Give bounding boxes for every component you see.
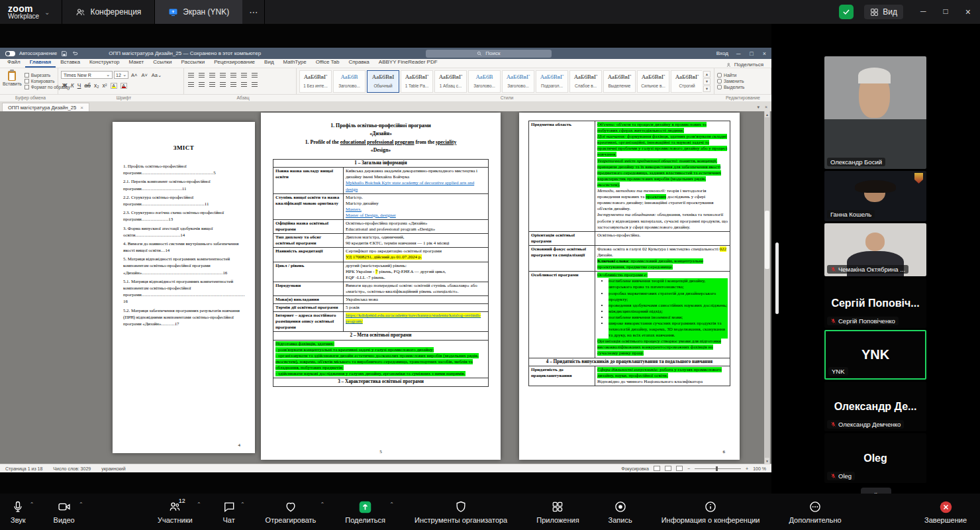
- style-card-11[interactable]: АаБбВвГСтрогий: [671, 70, 702, 93]
- gallery-more-icon[interactable]: ▼: [703, 85, 710, 92]
- ribbon-tab-ссылки[interactable]: Ссылки: [148, 58, 176, 68]
- list-button-5[interactable]: [240, 72, 248, 79]
- page-indicator[interactable]: Страница 1 из 18: [5, 466, 42, 471]
- zoom-slider[interactable]: [695, 468, 741, 469]
- ribbon-tab-конструктор[interactable]: Конструктор: [85, 58, 124, 68]
- font-name-select[interactable]: Times New R⌄: [61, 71, 113, 79]
- end-meeting-button[interactable]: Завершение: [919, 500, 972, 524]
- font-format-button-1[interactable]: К: [71, 82, 74, 89]
- minimize-icon[interactable]: ─: [920, 7, 926, 17]
- undo-icon[interactable]: [72, 50, 78, 57]
- document-tab[interactable]: ОПП магістратура Дизайн_25 ×: [2, 103, 89, 111]
- participant-tile[interactable]: Сергій Поповіч...Сергій Поповіченко: [824, 278, 926, 328]
- list-button-0[interactable]: [187, 72, 195, 79]
- editing-item-2[interactable]: Выделить: [717, 85, 768, 89]
- web-layout-icon[interactable]: [676, 466, 683, 471]
- ribbon-tab-office-tab[interactable]: Office Tab: [311, 58, 344, 68]
- ribbon-tab-вид[interactable]: Вид: [260, 58, 278, 68]
- reactions-button[interactable]: ⌃Отреагировать: [260, 500, 322, 524]
- align-button-6[interactable]: [250, 81, 259, 88]
- scroll-up-icon[interactable]: ▲: [765, 111, 769, 117]
- align-button-0[interactable]: [187, 81, 195, 88]
- maximize-icon[interactable]: □: [944, 7, 948, 17]
- style-card-5[interactable]: АаБбВЗаголово...: [468, 70, 501, 93]
- gallery-down-icon[interactable]: ▼: [703, 78, 710, 85]
- document-canvas[interactable]: ЗМІСТ 1. Профіль освітньо-професійної пр…: [0, 111, 771, 464]
- chevron-up-icon[interactable]: ⌃: [240, 502, 245, 507]
- participant-tile[interactable]: Чемакіна Октябрина ...: [824, 223, 926, 276]
- word-count[interactable]: Число слов: 3029: [53, 466, 91, 471]
- font-group-label[interactable]: Шрифт: [61, 95, 187, 101]
- highlight-color-icon[interactable]: А: [111, 83, 117, 89]
- video-button[interactable]: ⌃Видео: [48, 500, 80, 524]
- zoom-in-icon[interactable]: +: [746, 466, 748, 471]
- chevron-up-icon[interactable]: ⌃: [197, 502, 201, 507]
- ribbon-tab-рецензирование[interactable]: Рецензирование: [209, 58, 260, 68]
- shrink-font-button[interactable]: А˅: [140, 72, 148, 78]
- read-mode-icon[interactable]: [654, 466, 660, 471]
- styles-group-label[interactable]: Стили: [299, 95, 714, 101]
- align-button-4[interactable]: [229, 81, 238, 88]
- more-tabs-button[interactable]: ⋯: [242, 0, 265, 24]
- align-button-1[interactable]: [197, 81, 206, 88]
- close-icon[interactable]: ×: [965, 7, 971, 17]
- editing-group-label[interactable]: Редактирование: [714, 95, 771, 101]
- scrollbar-thumb[interactable]: [765, 211, 769, 269]
- font-format-button-2[interactable]: Ч: [77, 82, 81, 89]
- participants-button[interactable]: 12⌃Участники: [152, 500, 198, 524]
- word-share-button[interactable]: Поделиться: [726, 62, 769, 68]
- audio-button[interactable]: ⌃Звук: [5, 500, 31, 524]
- align-button-3[interactable]: [219, 81, 227, 88]
- style-card-9[interactable]: АаБбВвГВыделение: [603, 70, 636, 93]
- participant-tile[interactable]: YNKYNK: [824, 330, 926, 380]
- clipboard-group-label[interactable]: Буфер обмена: [0, 95, 61, 101]
- ribbon-tab-рассылки[interactable]: Рассылки: [176, 58, 209, 68]
- style-card-0[interactable]: АаБбВвГ1 Без инте...: [299, 70, 332, 93]
- list-button-4[interactable]: [229, 72, 238, 79]
- font-size-select[interactable]: 12⌄: [114, 71, 128, 79]
- word-restore-icon[interactable]: □: [750, 50, 753, 57]
- autosave-toggle[interactable]: [5, 51, 15, 56]
- meeting-info-button[interactable]: Информация о конференции: [656, 500, 765, 524]
- align-button-2[interactable]: [208, 81, 217, 88]
- participant-tile[interactable]: Олександр Де...Олександр Демченко: [824, 382, 926, 431]
- tab-screen-ynk[interactable]: Экран (YNK): [154, 0, 242, 24]
- ribbon-tab-макет[interactable]: Макет: [124, 58, 149, 68]
- participant-tile[interactable]: Ганна Кошель: [824, 171, 926, 221]
- participant-tile[interactable]: Олександр Босий: [824, 56, 926, 169]
- sidebar-scrollbar-thumb[interactable]: [775, 242, 779, 314]
- style-card-1[interactable]: АаБбВЗаголово...: [333, 70, 366, 93]
- align-button-5[interactable]: [240, 81, 248, 88]
- paragraph-group-label[interactable]: Абзац: [187, 95, 299, 101]
- search-input[interactable]: Поиск: [426, 50, 552, 58]
- close-icon[interactable]: ×: [80, 105, 83, 111]
- font-format-button-5[interactable]: x²: [103, 82, 107, 89]
- apps-button[interactable]: Приложения: [531, 500, 584, 524]
- zoom-slider-thumb[interactable]: [716, 466, 718, 471]
- document-page-5[interactable]: 1. Профіль освітньо-професійної програми…: [261, 113, 501, 460]
- print-layout-icon[interactable]: [665, 466, 671, 471]
- font-format-button-3[interactable]: аб: [84, 82, 91, 89]
- view-button[interactable]: Вид: [864, 5, 903, 19]
- style-card-10[interactable]: АаБбВвГСильное в...: [637, 70, 669, 93]
- font-format-button-0[interactable]: Ж: [62, 82, 68, 89]
- editing-item-0[interactable]: Найти: [717, 73, 768, 78]
- ribbon-tab-главная[interactable]: Главная: [25, 58, 56, 68]
- scroll-down-icon[interactable]: ▼: [765, 458, 769, 464]
- gallery-up-icon[interactable]: ▲: [703, 71, 710, 78]
- chevron-up-icon[interactable]: ⌃: [320, 502, 325, 507]
- security-shield-icon[interactable]: [839, 5, 854, 19]
- style-card-8[interactable]: АаБбВвГСлабое в...: [569, 70, 602, 93]
- chevron-down-icon[interactable]: ⌄: [44, 9, 50, 16]
- zoom-level[interactable]: 100 %: [753, 466, 766, 471]
- style-card-4[interactable]: АаБбВвГ1 Абзац с...: [434, 70, 467, 93]
- list-button-2[interactable]: [208, 72, 217, 79]
- focus-mode-button[interactable]: Фокусировка: [621, 466, 649, 471]
- word-minimize-icon[interactable]: ─: [736, 50, 740, 57]
- chat-button[interactable]: ⌃Чат: [217, 500, 242, 524]
- change-case-button[interactable]: Аа⌄: [150, 72, 164, 78]
- document-page-4[interactable]: ЗМІСТ 1. Профіль освітньо-професійної пр…: [113, 122, 255, 453]
- signin-button[interactable]: Вход: [716, 50, 728, 56]
- ribbon-tab-справка[interactable]: Справка: [344, 58, 373, 68]
- document-scrollbar[interactable]: ▲ ▼: [764, 111, 770, 464]
